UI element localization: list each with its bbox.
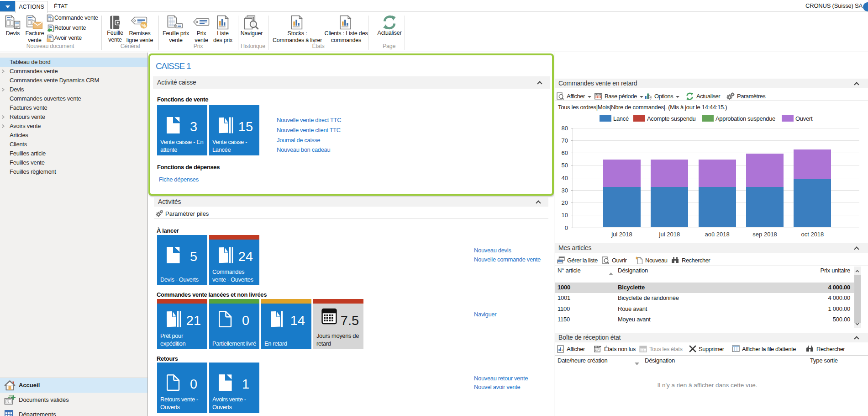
svg-text:%: % <box>142 23 146 28</box>
